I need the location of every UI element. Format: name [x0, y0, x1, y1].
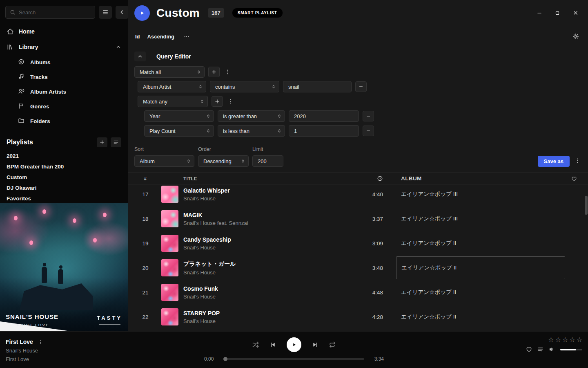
track-artist[interactable]: Snail's House: [183, 269, 359, 276]
playlist-item[interactable]: BPM Greater than 200: [0, 161, 128, 172]
track-artist[interactable]: Snail's House: [183, 318, 359, 324]
play-icon: [139, 10, 145, 16]
sidebar-item-folders[interactable]: Folders: [0, 114, 128, 128]
query-order-select[interactable]: Descending: [198, 155, 249, 167]
track-artist[interactable]: Snail's House: [183, 245, 359, 251]
track-row[interactable]: 21 Cosmo Funk Snail's House 4:48 エイリアン☆ポ…: [128, 280, 588, 305]
gear-icon: [572, 33, 579, 40]
remove-rule-button[interactable]: [363, 126, 374, 136]
volume-button[interactable]: [549, 346, 555, 352]
search-input[interactable]: [19, 9, 91, 16]
match-any-select[interactable]: Match any: [138, 96, 208, 107]
track-album[interactable]: エイリアン☆ポップ II: [396, 231, 565, 256]
playlists-header: Playlists: [0, 128, 128, 150]
playlist-item[interactable]: Custom: [0, 172, 128, 182]
now-playing-album[interactable]: First Love: [6, 356, 44, 363]
rule-group-menu-button[interactable]: [227, 96, 235, 107]
rule-field-select[interactable]: Album Artist: [138, 81, 206, 92]
track-album[interactable]: エイリアン☆ポップ III: [396, 184, 565, 206]
rule-operator-select[interactable]: contains: [210, 81, 279, 92]
star-icon[interactable]: ☆: [577, 337, 582, 343]
rule-operator-select[interactable]: is less than: [218, 125, 285, 137]
minimize-button[interactable]: [533, 7, 546, 19]
star-icon[interactable]: ☆: [569, 337, 575, 343]
track-artist[interactable]: Snail's House: [183, 294, 359, 300]
track-row[interactable]: 19 Candy Spaceship Snail's House 3:09 エイ…: [128, 231, 588, 256]
track-album-focused-cell[interactable]: エイリアン☆ポップ II: [396, 256, 565, 279]
remove-rule-button[interactable]: [355, 81, 367, 92]
query-limit-input[interactable]: [252, 155, 283, 167]
add-rule-button[interactable]: [208, 67, 220, 77]
track-album[interactable]: エイリアン☆ポップ II: [396, 280, 565, 305]
sidebar-item-albums[interactable]: Albums: [0, 55, 128, 70]
play-pause-button[interactable]: [287, 337, 301, 352]
match-all-select[interactable]: Match all: [134, 66, 205, 78]
now-playing-menu-button[interactable]: [37, 339, 44, 346]
settings-button[interactable]: [571, 31, 581, 41]
more-options-button[interactable]: [182, 31, 192, 41]
playlist-item[interactable]: Favorites: [0, 193, 128, 204]
rule-value-input[interactable]: [289, 110, 359, 122]
query-sort-select[interactable]: Album: [134, 155, 194, 167]
column-header-favorite[interactable]: [565, 176, 583, 182]
track-artist[interactable]: Snail's House feat. Sennzai: [183, 220, 359, 226]
playlist-item[interactable]: DJ Okawari: [0, 182, 128, 193]
menu-button[interactable]: [99, 6, 112, 19]
seek-handle[interactable]: [223, 357, 227, 361]
search-box[interactable]: [5, 6, 95, 19]
star-icon[interactable]: ☆: [562, 337, 568, 343]
star-icon[interactable]: ☆: [555, 337, 561, 343]
rule-value-input[interactable]: [283, 81, 352, 92]
previous-button[interactable]: [270, 341, 276, 348]
rule-operator-select[interactable]: is greater than: [218, 110, 285, 122]
shuffle-button[interactable]: [252, 341, 259, 348]
sidebar-item-home[interactable]: Home: [0, 24, 128, 39]
track-artist[interactable]: Snail's House: [183, 195, 359, 202]
sidebar-item-library[interactable]: Library: [0, 39, 128, 55]
rule-field-select[interactable]: Year: [144, 110, 214, 122]
playlist-list-options-button[interactable]: [111, 137, 121, 147]
star-icon[interactable]: ☆: [548, 337, 554, 343]
query-editor-collapse-button[interactable]: [134, 52, 146, 61]
play-icon: [291, 342, 297, 348]
rule-value-input[interactable]: [289, 125, 359, 137]
repeat-button[interactable]: [329, 341, 336, 348]
next-button[interactable]: [312, 341, 318, 348]
rule-field-select[interactable]: Play Count: [144, 125, 214, 137]
maximize-button[interactable]: [551, 7, 564, 19]
column-header-number[interactable]: #: [134, 176, 156, 181]
track-row[interactable]: 20 プラネット・ガール Snail's House 3:48 エイリアン☆ポッ…: [128, 256, 588, 280]
now-playing-cover-art[interactable]: SNAIL'S HOUSE FIRST LOVE TASTY: [0, 203, 128, 331]
rule-group-menu-button[interactable]: [223, 67, 232, 77]
sort-order-button[interactable]: Ascending: [147, 34, 174, 40]
sidebar-item-album-artists[interactable]: Album Artists: [0, 84, 128, 99]
volume-slider[interactable]: [560, 349, 582, 350]
query-menu-button[interactable]: [573, 155, 581, 166]
save-as-button[interactable]: Save as: [538, 156, 570, 167]
play-playlist-button[interactable]: [134, 5, 150, 21]
column-header-album[interactable]: ALBUM: [396, 173, 565, 184]
now-playing-artist[interactable]: Snail's House: [6, 348, 44, 354]
scrollbar-thumb[interactable]: [585, 196, 588, 215]
column-header-title[interactable]: TITLE: [183, 176, 359, 181]
track-album[interactable]: エイリアン☆ポップ III: [396, 206, 565, 231]
favorite-button[interactable]: [526, 346, 532, 352]
playlist-item[interactable]: 2021: [0, 150, 128, 161]
nav-back-button[interactable]: [116, 6, 129, 19]
queue-button[interactable]: [537, 346, 543, 352]
track-row[interactable]: 18 MAGIK Snail's House feat. Sennzai 3:3…: [128, 206, 588, 231]
column-header-duration[interactable]: [359, 175, 383, 182]
track-row[interactable]: 17 Galactic Whisper Snail's House 4:40 エ…: [128, 184, 588, 206]
close-button[interactable]: [569, 7, 581, 19]
sort-field-button[interactable]: Id: [135, 34, 140, 40]
create-playlist-button[interactable]: [97, 137, 107, 147]
collapse-library-icon[interactable]: [116, 44, 121, 50]
sidebar-item-genres[interactable]: Genres: [0, 99, 128, 114]
track-album[interactable]: エイリアン☆ポップ II: [396, 305, 565, 329]
track-row[interactable]: 22 STARRY POP Snail's House 4:28 エイリアン☆ポ…: [128, 305, 588, 329]
now-playing-title[interactable]: First Love: [6, 339, 33, 346]
seek-bar[interactable]: [224, 358, 364, 360]
remove-rule-button[interactable]: [363, 111, 374, 121]
add-rule-button[interactable]: [212, 96, 223, 107]
sidebar-item-tracks[interactable]: Tracks: [0, 70, 128, 84]
